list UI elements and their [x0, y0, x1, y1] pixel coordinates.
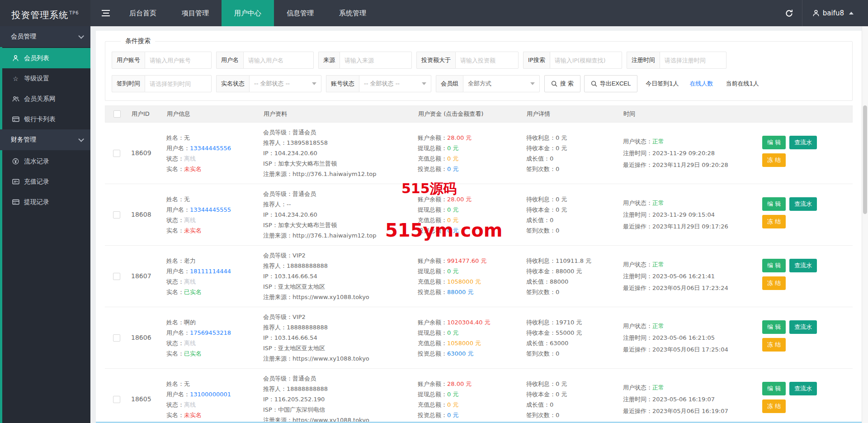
sidebar-item-level-settings[interactable]: ☆ 等级设置	[0, 68, 90, 89]
row-field: 成长值：0	[526, 399, 618, 410]
recharge-total-value[interactable]: 0 元	[447, 217, 458, 223]
field-value: 2023-11-29 09:15:04	[652, 211, 715, 218]
sidebar-item-bankcard-list[interactable]: 银行卡列表	[0, 109, 90, 129]
username-link[interactable]: 13344445555	[190, 206, 231, 213]
edit-button[interactable]: 编 辑	[762, 259, 786, 272]
edit-button[interactable]: 编 辑	[762, 382, 786, 395]
edit-button[interactable]: 编 辑	[762, 320, 786, 334]
field-label: IP：	[263, 150, 274, 157]
invest-total-value[interactable]: 88000 元	[447, 289, 474, 295]
row-field: 投资总额：0 元	[418, 410, 522, 420]
signin-time-input[interactable]	[145, 75, 212, 92]
row-field: 充值总额：1058000 元	[418, 276, 522, 287]
user-account-input[interactable]	[145, 52, 212, 69]
field-value: 加拿大安大略布兰普顿	[278, 160, 337, 167]
invest-amount-input[interactable]	[455, 52, 519, 69]
invest-total-value[interactable]: 0 元	[447, 227, 458, 234]
time-cell: 用户状态：正常注册时间：2023-05-06 16:21:41最近操作：2023…	[621, 254, 760, 299]
recharge-total-value[interactable]: 1058000 元	[447, 278, 481, 285]
username-link[interactable]: 18111114444	[190, 268, 231, 275]
balance-value[interactable]: 28.00 元	[447, 134, 472, 141]
account-status-select[interactable]: -- 全部状态 --	[359, 75, 431, 92]
view-flow-button[interactable]: 查流水	[789, 382, 817, 395]
withdraw-total-value[interactable]: 0 元	[447, 329, 458, 336]
scrollbar-thumb[interactable]	[863, 105, 867, 214]
member-group-select[interactable]: 全部方式	[463, 75, 540, 92]
register-time-input[interactable]	[660, 52, 726, 69]
online-count-link[interactable]: 在线人数	[690, 80, 713, 88]
row-checkbox[interactable]	[113, 150, 120, 157]
username-link[interactable]: 13344445556	[190, 145, 231, 152]
freeze-button[interactable]: 冻 结	[762, 276, 786, 290]
freeze-button[interactable]: 冻 结	[762, 399, 786, 413]
withdraw-total-value[interactable]: 0 元	[447, 268, 458, 275]
freeze-button[interactable]: 冻 结	[762, 215, 786, 228]
edit-button[interactable]: 编 辑	[762, 136, 786, 149]
withdraw-total-value[interactable]: 0 元	[447, 145, 458, 152]
sidebar-section-members[interactable]: 会员管理	[0, 26, 90, 47]
select-all-checkbox[interactable]	[113, 110, 121, 118]
username-link[interactable]: 17569453218	[190, 329, 231, 336]
ip-search-input[interactable]	[550, 52, 622, 69]
balance-value[interactable]: 28.00 元	[447, 196, 472, 203]
balance-value[interactable]: 28.00 元	[447, 380, 472, 387]
username-link[interactable]: 13100000001	[190, 391, 231, 398]
row-checkbox[interactable]	[113, 273, 120, 280]
top-nav: 后台首页 项目管理 用户中心 信息管理 系统管理	[117, 0, 379, 26]
username-input[interactable]	[243, 52, 314, 69]
sidebar-item-member-list[interactable]: 会员列表	[0, 48, 90, 68]
field-label: 充值总额：	[418, 340, 447, 347]
sidebar-item-relation-network[interactable]: 会员关系网	[0, 89, 90, 109]
recharge-total-value[interactable]: 0 元	[447, 401, 458, 408]
field-label: 实名：	[166, 350, 184, 357]
balance-value[interactable]: 1020304.40 元	[447, 319, 491, 326]
sidebar-item-recharge-records[interactable]: 充值记录	[0, 171, 90, 192]
nav-item-dashboard[interactable]: 后台首页	[117, 0, 169, 26]
nav-item-user-center[interactable]: 用户中心	[222, 0, 274, 26]
row-checkbox[interactable]	[113, 211, 120, 219]
withdraw-total-value[interactable]: 0 元	[447, 391, 458, 398]
search-button[interactable]: 搜 索	[544, 75, 580, 92]
refresh-icon[interactable]	[777, 0, 802, 26]
vertical-scrollbar[interactable]	[862, 26, 868, 423]
sidebar-section-finance[interactable]: 财务管理	[0, 129, 90, 150]
realname-status-select[interactable]: -- 全部状态 --	[249, 75, 321, 92]
view-flow-button[interactable]: 查流水	[789, 136, 817, 149]
sidebar-item-flow-records[interactable]: 流水记录	[0, 151, 90, 171]
row-field: 待收利息：19710 元	[526, 317, 618, 328]
view-flow-button[interactable]: 查流水	[789, 197, 817, 211]
nav-item-system[interactable]: 系统管理	[326, 0, 379, 26]
field-value: https://www.xy1088.tokyo	[292, 294, 369, 300]
sidebar-item-withdraw-records[interactable]: 提现记录	[0, 192, 90, 212]
withdraw-total-value[interactable]: 0 元	[447, 206, 458, 213]
row-checkbox[interactable]	[113, 396, 120, 403]
field-label: 会员等级：	[263, 190, 292, 197]
user-menu[interactable]: baifu8	[802, 0, 860, 26]
field-value: 110911.8 元	[556, 257, 591, 264]
recharge-total-value[interactable]: 0 元	[447, 155, 458, 162]
recharge-total-value[interactable]: 1058000 元	[447, 340, 481, 347]
field-value: 55000 元	[556, 329, 582, 336]
row-checkbox[interactable]	[113, 334, 120, 342]
field-label: 待收利息：	[526, 319, 556, 326]
balance-value[interactable]: 991477.60 元	[447, 257, 486, 264]
invest-total-value[interactable]: 0 元	[447, 412, 458, 418]
row-field: 最近操作：2023年11月29日 09:20:28	[623, 159, 758, 171]
field-label: 待收本金：	[526, 145, 556, 152]
source-input[interactable]	[340, 52, 412, 69]
user-profile-cell: 会员等级：普通会员推荐人：--IP：104.234.20.60ISP：加拿大安大…	[261, 184, 416, 245]
user-info-cell: 姓名：无用户名：13344445555状态：离线实名：未实名	[165, 190, 261, 240]
freeze-button[interactable]: 冻 结	[762, 153, 786, 167]
action-row: 编 辑查流水	[762, 136, 848, 149]
freeze-button[interactable]: 冻 结	[762, 338, 786, 352]
export-excel-button[interactable]: 导出EXCEL	[584, 75, 638, 92]
invest-total-value[interactable]: 0 元	[447, 166, 458, 172]
field-label: 姓名：	[166, 319, 184, 326]
nav-item-info[interactable]: 信息管理	[274, 0, 326, 26]
invest-total-value[interactable]: 63000 元	[447, 350, 474, 357]
edit-button[interactable]: 编 辑	[762, 197, 786, 211]
view-flow-button[interactable]: 查流水	[789, 320, 817, 334]
view-flow-button[interactable]: 查流水	[789, 259, 817, 272]
nav-item-projects[interactable]: 项目管理	[169, 0, 222, 26]
hamburger-icon[interactable]	[97, 0, 115, 26]
